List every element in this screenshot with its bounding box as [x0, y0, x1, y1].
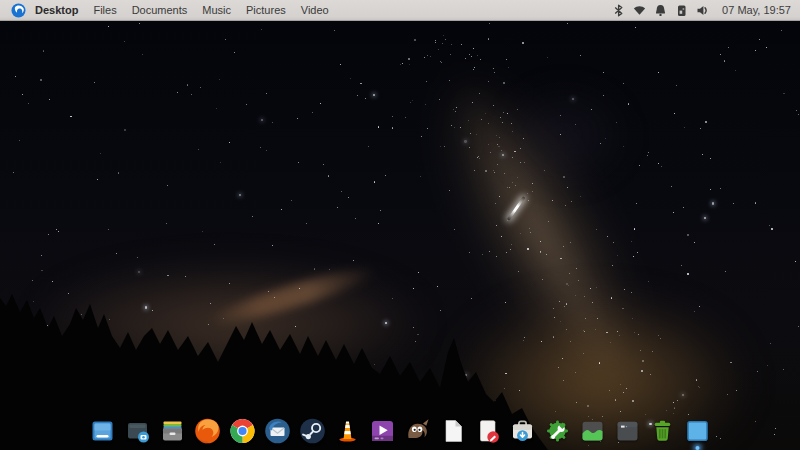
dock-item-gimp[interactable]	[404, 417, 432, 450]
system-tray	[612, 4, 709, 17]
dock-item-text-editor[interactable]	[474, 417, 502, 450]
dock-item-vlc[interactable]	[334, 417, 362, 450]
dock-item-system-monitor[interactable]	[579, 417, 607, 450]
clock[interactable]: 07 May, 19:57	[722, 4, 791, 16]
dock-item-steam[interactable]	[299, 417, 327, 450]
dock-item-video-player[interactable]	[369, 417, 397, 450]
dock-item-trash[interactable]	[649, 417, 677, 450]
menu-item-files[interactable]: Files	[93, 0, 116, 20]
vlc-icon	[334, 417, 362, 445]
dock	[89, 417, 712, 450]
workspace-icon	[684, 417, 712, 445]
running-indicator-dot	[696, 446, 700, 450]
dock-item-firefox[interactable]	[194, 417, 222, 450]
dock-item-display-app[interactable]	[89, 417, 117, 450]
settings-icon	[544, 417, 572, 445]
steam-icon	[299, 417, 327, 445]
dock-item-chrome[interactable]	[229, 417, 257, 450]
bluetooth-icon[interactable]	[612, 4, 625, 17]
chrome-icon	[229, 417, 257, 445]
volume-icon[interactable]	[696, 4, 709, 17]
menu-item-music[interactable]: Music	[202, 0, 231, 20]
gimp-icon	[404, 417, 432, 445]
firefox-icon	[194, 417, 222, 445]
libreoffice-icon	[439, 417, 467, 445]
dock-item-libreoffice[interactable]	[439, 417, 467, 450]
running-indicator-row	[696, 445, 700, 450]
dock-item-workspace[interactable]	[684, 417, 712, 450]
system-monitor-icon	[579, 417, 607, 445]
dock-item-archive-manager[interactable]	[159, 417, 187, 450]
wifi-icon[interactable]	[633, 4, 646, 17]
app-store-icon	[509, 417, 537, 445]
top-panel: DesktopFilesDocumentsMusicPicturesVideo …	[0, 0, 800, 21]
screenshot-app-icon	[124, 417, 152, 445]
display-app-icon	[89, 417, 117, 445]
video-player-icon	[369, 417, 397, 445]
wallpaper	[0, 21, 800, 450]
dock-item-app-store[interactable]	[509, 417, 537, 450]
desktop-screen: DesktopFilesDocumentsMusicPicturesVideo …	[0, 0, 800, 450]
dock-item-terminal[interactable]	[614, 417, 642, 450]
dock-item-screenshot-app[interactable]	[124, 417, 152, 450]
menubar: DesktopFilesDocumentsMusicPicturesVideo	[35, 0, 329, 20]
notifications-bell-icon[interactable]	[654, 4, 667, 17]
dock-item-thunderbird[interactable]	[264, 417, 292, 450]
battery-icon[interactable]	[675, 4, 688, 17]
archive-manager-icon	[159, 417, 187, 445]
trash-icon	[649, 417, 677, 445]
menu-item-pictures[interactable]: Pictures	[246, 0, 286, 20]
menu-item-desktop[interactable]: Desktop	[35, 0, 78, 20]
distro-logo[interactable]	[11, 3, 26, 18]
terminal-icon	[614, 417, 642, 445]
text-editor-icon	[474, 417, 502, 445]
dock-item-settings[interactable]	[544, 417, 572, 450]
menu-item-documents[interactable]: Documents	[132, 0, 188, 20]
menu-item-video[interactable]: Video	[301, 0, 329, 20]
thunderbird-icon	[264, 417, 292, 445]
